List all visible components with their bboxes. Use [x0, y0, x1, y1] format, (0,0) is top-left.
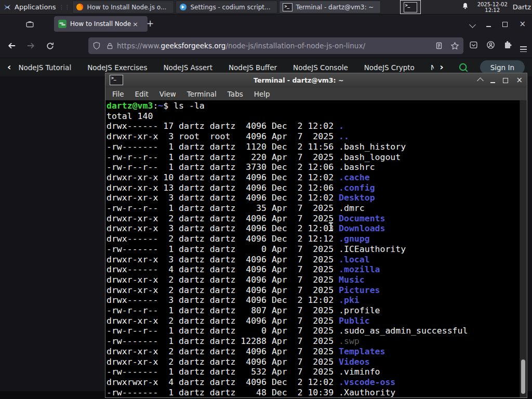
ls-row: drwxr-xr-x 10 dartz dartz 4096 Dec 2 12:… [107, 172, 527, 183]
new-tab-button[interactable]: + [147, 18, 154, 29]
site-nav-link[interactable]: NodeJS Tutorial [18, 63, 71, 72]
bell-icon [461, 2, 469, 10]
account-button[interactable] [486, 41, 495, 51]
reader-mode-icon[interactable] [435, 42, 443, 50]
geeksforgeeks-favicon [58, 20, 66, 28]
terminal-maximize-button[interactable] [503, 75, 508, 85]
terminal-icon: >_ [404, 2, 417, 12]
menu-button[interactable] [520, 39, 527, 52]
terminal-scrollbar[interactable] [520, 100, 527, 397]
ls-row: drwxr-xr-x 13 dartz dartz 4096 Dec 2 12:… [107, 183, 527, 193]
total-line: total 140 [107, 111, 527, 122]
firefox-icon [76, 3, 84, 11]
taskbar-codium-button[interactable]: Settings - codium script... [176, 1, 277, 14]
reload-button[interactable] [44, 40, 56, 51]
panel-handle: ⋮⋮ [59, 4, 70, 10]
ls-row: -rw-r--r-- 1 dartz dartz 3730 Dec 2 12:0… [107, 162, 527, 172]
save-chevron-icon [469, 41, 478, 49]
maximize-icon [502, 22, 508, 27]
shade-button[interactable] [478, 75, 483, 85]
ls-row: drwxr-xr-x 2 dartz dartz 4096 Apr 7 2025… [107, 316, 527, 326]
menu-item-file[interactable]: File [112, 90, 124, 98]
bookmark-star-icon[interactable] [450, 42, 459, 50]
terminal-title: Terminal - dartz@vm3: ~ [123, 76, 474, 84]
nav-scroll-right[interactable]: › [440, 61, 443, 72]
menu-item-terminal[interactable]: Terminal [187, 90, 217, 98]
ls-row: drwx------ 3 dartz dartz 4096 Dec 2 12:0… [107, 295, 527, 305]
firefox-view-button[interactable] [23, 18, 36, 30]
site-nav-link[interactable]: NodeJS Assert [163, 63, 212, 72]
search-icon[interactable] [458, 62, 469, 73]
taskbar-terminal-button[interactable]: >_ Terminal - dartz@vm3: ~ [279, 1, 381, 14]
site-nav-link[interactable]: NodeJS DNS [431, 63, 434, 72]
ls-row: -rw-r--r-- 1 dartz dartz 35 Apr 7 2025 .… [107, 203, 527, 214]
site-nav-link[interactable]: NodeJS Buffer [229, 63, 277, 72]
forward-button[interactable] [25, 40, 36, 51]
menu-item-view[interactable]: View [159, 90, 176, 98]
ls-row: -rw------- 1 dartz dartz 12288 Apr 7 202… [107, 336, 527, 347]
taskbar-firefox-button[interactable]: How to Install Node.js o... [72, 1, 174, 14]
ls-row: drwx------ 4 dartz dartz 4096 Apr 7 2025… [107, 264, 527, 275]
ls-row: -rw-r--r-- 1 dartz dartz 0 Apr 7 2025 .s… [107, 326, 527, 336]
top-panel: Applications ⋮⋮ How to Install Node.js o… [0, 0, 532, 15]
maximize-icon [503, 78, 508, 83]
menu-item-tabs[interactable]: Tabs [228, 90, 243, 98]
ls-row: drwxr-xr-x 2 dartz dartz 4096 Apr 7 2025… [107, 347, 527, 357]
menu-item-edit[interactable]: Edit [135, 90, 149, 98]
terminal-minimize-button[interactable] [490, 75, 495, 85]
panel-clock[interactable]: 2025-12-02 12:12 [477, 2, 508, 13]
browser-tab[interactable]: How to Install Node.js on × [54, 16, 148, 32]
pocket-button[interactable] [469, 41, 478, 51]
back-arrow-icon [7, 41, 17, 50]
terminal-icon: >_ [283, 3, 292, 11]
vscodium-icon [179, 3, 187, 11]
minimize-button[interactable] [486, 19, 491, 29]
tab-title: How to Install Node.js on [70, 20, 131, 28]
site-nav-links: NodeJS TutorialNodeJS ExercisesNodeJS As… [18, 63, 434, 72]
chevron-up-icon [477, 77, 484, 84]
terminal-close-button[interactable]: × [516, 76, 523, 84]
ls-row: drwx------ 17 dartz dartz 4096 Dec 2 12:… [107, 121, 527, 131]
ls-row: drwxr-xr-x 2 dartz dartz 4096 Apr 7 2025… [107, 275, 527, 285]
ls-row: drwxr-xr-x 3 root root 4096 Apr 7 2025 .… [107, 131, 527, 142]
ls-row: drwxr-xr-x 3 dartz dartz 4096 Dec 2 12:0… [107, 223, 527, 234]
scrollbar-thumb[interactable] [521, 360, 525, 394]
shield-icon [92, 42, 101, 50]
prompt-line: dartz@vm3:~$ ls -la [107, 101, 527, 111]
site-nav-link[interactable]: NodeJS Crypto [364, 63, 415, 72]
applications-menu-button[interactable]: Applications [0, 0, 59, 14]
tab-close-button[interactable]: × [132, 20, 138, 28]
ls-row: drwxr-xr-x 3 dartz dartz 4096 Apr 7 2025… [107, 255, 527, 265]
terminal-screen[interactable]: dartz@vm3:~$ ls -la total 140 drwx------… [105, 100, 527, 397]
terminal-launcher[interactable]: >_ [400, 0, 421, 14]
sign-in-button[interactable]: Sign In [480, 60, 525, 74]
ls-row: drwx------ 2 dartz dartz 4096 Dec 2 12:1… [107, 234, 527, 244]
maximize-button[interactable] [502, 19, 508, 29]
firefox-tabbar: How to Install Node.js on × + × [0, 14, 532, 34]
terminal-menubar: FileEditViewTerminalTabsHelp [105, 87, 527, 100]
site-nav-link[interactable]: NodeJS Exercises [87, 63, 147, 72]
forward-arrow-icon [26, 41, 35, 50]
terminal-titlebar[interactable]: >_ Terminal - dartz@vm3: ~ × [105, 73, 527, 87]
ls-row: drwxrwxr-x 4 dartz dartz 4096 Dec 2 12:0… [107, 377, 527, 388]
ls-row: drwxr-xr-x 2 dartz dartz 4096 Apr 7 2025… [107, 214, 527, 224]
url-bar[interactable]: https://www.geeksforgeeks.org/node-js/in… [88, 37, 463, 54]
desktop: How to Install Node.js on × + × [0, 0, 532, 399]
site-nav-link[interactable]: NodeJS Console [293, 63, 348, 72]
terminal-output: drwx------ 17 dartz dartz 4096 Dec 2 12:… [107, 121, 527, 397]
menu-item-help[interactable]: Help [254, 90, 270, 98]
ls-row: -rw------- 1 dartz dartz 0 Apr 7 2025 .I… [107, 244, 527, 255]
terminal-icon: >_ [110, 75, 123, 85]
panel-user-label[interactable]: Dartz [513, 3, 531, 11]
ls-row: drwxr-xr-x 2 dartz dartz 4096 Apr 7 2025… [107, 357, 527, 367]
list-tabs-button[interactable] [470, 19, 475, 29]
hamburger-icon [520, 46, 527, 52]
reload-icon [46, 42, 55, 50]
nav-scroll-left[interactable]: ‹ [7, 61, 11, 72]
ls-row: -rw-r--r-- 1 dartz dartz 807 Apr 7 2025 … [107, 305, 527, 316]
notifications-button[interactable] [461, 2, 469, 12]
close-button[interactable]: × [519, 20, 526, 28]
back-button[interactable] [6, 40, 18, 51]
ls-row: -rw------- 1 dartz dartz 1120 Dec 2 11:5… [107, 142, 527, 152]
extensions-button[interactable] [503, 41, 512, 51]
